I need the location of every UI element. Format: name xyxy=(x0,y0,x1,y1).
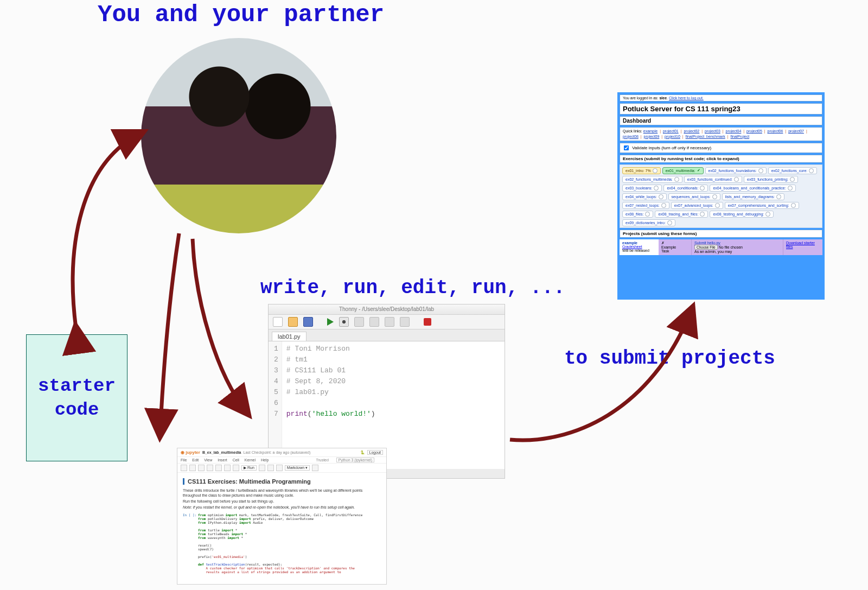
exercise-pill[interactable]: ex02_functions_multimedia: xyxy=(622,176,682,183)
submit-col: Submit hello.py Choose File No file chos… xyxy=(692,239,783,255)
quick-link[interactable]: project07 xyxy=(788,129,804,133)
heading-submit: to submit projects xyxy=(564,347,775,370)
intro-text-3: Note: if you restart the kernel, or quit… xyxy=(183,505,381,510)
partner-photo xyxy=(141,38,336,233)
validate-checkbox[interactable] xyxy=(624,145,629,150)
starter-code-box: starter code xyxy=(26,334,127,461)
exercise-pill[interactable]: lists_and_memory_diagrams: xyxy=(722,193,784,200)
quick-link[interactable]: project08 xyxy=(623,135,639,138)
logout-link[interactable]: Click here to log out. xyxy=(669,96,704,100)
step-into-icon[interactable] xyxy=(369,317,379,327)
exercise-pill[interactable]: ex04_booleans_and_conditionals_practice: xyxy=(710,185,795,192)
server-title: Potluck Server for CS 111 spring23 xyxy=(620,103,822,115)
celltype-select[interactable]: Markdown ▾ xyxy=(285,465,310,471)
intro-text-2: Run the following cell before you start … xyxy=(183,499,381,504)
exercise-pill[interactable]: ex02_functions_foundations: xyxy=(705,167,767,174)
exercise-pill[interactable]: ex07_advanced_loops: xyxy=(671,202,723,209)
new-file-icon[interactable] xyxy=(273,317,283,327)
submit-link[interactable]: Submit hello.py xyxy=(694,241,720,245)
exercise-pill[interactable]: ex04_conditionals: xyxy=(663,185,708,192)
editor-tab[interactable]: lab01.py xyxy=(272,332,307,341)
quick-link[interactable]: project06 xyxy=(768,129,783,133)
quick-link[interactable]: project05 xyxy=(746,129,762,133)
kernel-label: Python 3 (ipykernel) xyxy=(336,458,374,462)
up-icon[interactable] xyxy=(224,465,231,471)
quick-link[interactable]: project04 xyxy=(726,129,742,133)
quick-link[interactable]: project10 xyxy=(665,135,680,138)
quick-link[interactable]: finalProject_benchmark xyxy=(686,135,725,138)
debug-icon[interactable] xyxy=(339,317,349,327)
menu-insert[interactable]: Insert xyxy=(218,458,227,462)
quick-link[interactable]: project02 xyxy=(684,129,699,133)
add-cell-icon[interactable] xyxy=(189,465,196,471)
restart-run-icon[interactable] xyxy=(276,465,283,471)
stop-icon[interactable] xyxy=(424,318,431,326)
save-icon[interactable] xyxy=(181,465,187,471)
quick-link[interactable]: project01 xyxy=(663,129,679,133)
run-button[interactable]: ▶ Run xyxy=(241,465,257,471)
login-user: slee xyxy=(659,96,667,100)
exercise-pill[interactable]: ex02_functions_core: xyxy=(768,167,818,174)
gradesheet-link[interactable]: Gradesheet xyxy=(622,245,642,249)
exercise-pill[interactable]: ex07_comprehensions_and_sorting: xyxy=(725,202,799,209)
quick-links-list: example | project01 | project02 | projec… xyxy=(623,129,808,138)
exercise-pill[interactable]: ex07_nested_loops: xyxy=(622,202,669,209)
menu-view[interactable]: View xyxy=(204,458,212,462)
logout-button[interactable]: Logout xyxy=(367,450,383,455)
step-out-icon[interactable] xyxy=(385,317,394,327)
exercise-pill[interactable]: ex08_testing_and_debugging: xyxy=(710,211,774,218)
menu-kernel[interactable]: Kernel xyxy=(245,458,256,462)
exercise-pill[interactable]: ex01_multimedia: ✓ xyxy=(662,167,704,174)
paste-icon[interactable] xyxy=(215,465,222,471)
notebook-name[interactable]: B_ex_lab_multimedia xyxy=(202,451,241,454)
download-starter-link[interactable]: Download starter files xyxy=(786,241,815,249)
open-file-icon[interactable] xyxy=(288,317,298,327)
exercise-pill[interactable]: ex09_dictionaries_intro: xyxy=(622,219,675,226)
jupyter-window: ◉ jupyter B_ex_lab_multimedia Last Check… xyxy=(177,448,387,585)
validate-row: Validate inputs (turn off only if necess… xyxy=(620,143,822,153)
exercise-grid: ex01_intro: 7% ex01_multimedia: ✓ex02_fu… xyxy=(620,164,822,228)
run-icon[interactable] xyxy=(327,318,334,326)
exercise-pill[interactable]: ex04_while_loops: xyxy=(622,193,667,200)
exercise-pill[interactable]: ex08_tracing_and_files: xyxy=(655,211,708,218)
checkpoint-label: Last Checkpoint: a day ago (autosaved) xyxy=(244,451,311,454)
jupyter-logo-icon: ◉ jupyter xyxy=(181,450,200,455)
menu-cell[interactable]: Cell xyxy=(233,458,239,462)
project-name-col: example Gradesheet Will be released xyxy=(620,239,659,255)
quick-link[interactable]: project03 xyxy=(705,129,720,133)
resume-icon[interactable] xyxy=(400,317,410,327)
restart-icon[interactable] xyxy=(267,465,274,471)
exercise-pill[interactable]: ex01_intro: 7% xyxy=(622,167,661,174)
cell-source[interactable]: from optimism import mark, testMarkedCod… xyxy=(198,513,362,574)
login-pre: You are logged in as: xyxy=(623,96,659,100)
exercise-pill[interactable]: ex03_functions_printing: xyxy=(744,176,798,183)
exercise-pill[interactable]: ex03_functions_continued: xyxy=(684,176,742,183)
menu-help[interactable]: Help xyxy=(261,458,269,462)
choose-file-button[interactable]: Choose File xyxy=(694,245,718,250)
thonny-titlebar: Thonny - /Users/slee/Desktop/lab01/lab xyxy=(269,304,505,315)
exercises-header: Exercises (submit by running test code; … xyxy=(620,155,822,163)
copy-icon[interactable] xyxy=(207,465,213,471)
project-name[interactable]: example xyxy=(622,241,637,245)
quick-links-label: Quick links: xyxy=(623,129,643,133)
jupyter-header: ◉ jupyter B_ex_lab_multimedia Last Check… xyxy=(177,448,386,457)
menu-edit[interactable]: Edit xyxy=(192,458,199,462)
cut-icon[interactable] xyxy=(198,465,205,471)
jupyter-toolbar: ▶ Run Markdown ▾ xyxy=(177,464,386,473)
quick-link[interactable]: example xyxy=(643,129,658,133)
save-file-icon[interactable] xyxy=(303,317,313,327)
code-cell[interactable]: In [ ]: from optimism import mark, testM… xyxy=(183,513,381,574)
interrupt-icon[interactable] xyxy=(259,465,265,471)
quick-links: Quick links: example | project01 | proje… xyxy=(620,127,822,141)
quick-link[interactable]: finalProject xyxy=(730,135,749,138)
exercise-pill[interactable]: ex08_files: xyxy=(622,211,653,218)
down-icon[interactable] xyxy=(233,465,239,471)
quick-link[interactable]: project09 xyxy=(644,135,660,138)
exercise-pill[interactable]: sequences_and_loops: xyxy=(668,193,720,200)
menu-file[interactable]: File xyxy=(181,458,187,462)
potluck-window: You are logged in as: slee. Click here t… xyxy=(617,92,825,300)
python-logo-icon: 🐍 xyxy=(360,451,365,455)
exercise-pill[interactable]: ex03_booleans: xyxy=(622,185,662,192)
step-over-icon[interactable] xyxy=(354,317,364,327)
command-palette-icon[interactable] xyxy=(312,465,318,471)
